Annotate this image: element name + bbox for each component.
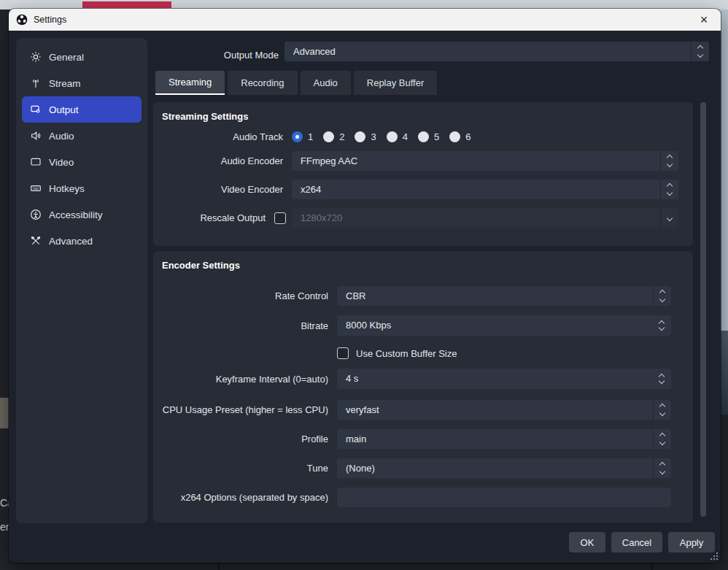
rescale-resolution-value: 1280x720 [301,208,342,228]
spinner-arrows-icon[interactable] [653,400,671,420]
audio-track-option-2[interactable]: 2 [323,131,344,142]
resize-grip[interactable] [710,552,718,560]
audio-track-option-1[interactable]: 1 [292,131,313,142]
video-encoder-row: Video Encoder x264 [153,180,693,199]
spinner-arrows-icon[interactable] [653,286,671,306]
sidebar-item-video[interactable]: Video [22,149,142,175]
sidebar-item-label: Stream [49,78,81,89]
spinner-arrows-icon[interactable] [653,458,671,478]
tab-audio[interactable]: Audio [301,71,351,95]
x264-options-input-wrap [337,488,671,507]
profile-value: main [346,429,366,449]
audio-encoder-select[interactable]: FFmpeg AAC [292,151,678,171]
tune-row: Tune (None) [153,458,693,478]
sidebar-item-label: Hotkeys [49,183,85,194]
rescale-output-label: Rescale Output [153,212,266,223]
ok-button[interactable]: OK [569,532,605,552]
sidebar-item-hotkeys[interactable]: Hotkeys [22,175,142,201]
keyframe-label: Keyframe Interval (0=auto) [153,374,328,385]
output-tabs: Streaming Recording Audio Replay Buffer [155,71,437,95]
rate-control-select[interactable]: CBR [337,286,671,306]
tune-value: (None) [346,458,375,478]
sidebar-item-label: Accessibility [49,209,103,220]
radio-label: 2 [339,131,344,142]
radio-icon[interactable] [323,131,334,142]
cancel-button[interactable]: Cancel [611,532,662,552]
video-encoder-value: x264 [301,180,321,199]
spinner-arrows-icon[interactable] [691,42,709,61]
bitrate-spinbox[interactable]: 8000 Kbps [337,315,671,336]
custom-buffer-row: Use Custom Buffer Size [153,347,693,360]
scrollbar-thumb[interactable] [700,102,706,517]
close-icon[interactable]: × [696,12,712,28]
sidebar-item-output[interactable]: Output [22,96,142,123]
spinner-arrows-icon[interactable] [660,151,678,171]
radio-selected-icon[interactable] [292,131,303,142]
sidebar-item-general[interactable]: General [22,44,142,70]
monitor-icon [29,156,42,169]
tools-icon [29,235,42,247]
x264-options-label: x264 Options (separated by space) [153,492,328,503]
radio-icon[interactable] [449,131,460,142]
radio-icon[interactable] [387,131,398,142]
video-encoder-select[interactable]: x264 [292,180,678,199]
sidebar-item-label: General [49,52,84,63]
custom-buffer-checkbox[interactable] [337,347,349,359]
tune-select[interactable]: (None) [337,458,671,478]
profile-select[interactable]: main [337,429,671,449]
window-title: Settings [34,15,66,25]
settings-window: Settings × General Stream Output Au [9,9,721,563]
radio-label: 3 [371,131,376,142]
audio-track-option-5[interactable]: 5 [418,131,439,142]
chevron-down-icon[interactable] [660,208,678,228]
radio-icon[interactable] [355,131,365,142]
tab-label: Replay Buffer [367,77,425,88]
output-mode-label: Output Mode [155,45,279,65]
rate-control-label: Rate Control [153,290,328,301]
apply-button[interactable]: Apply [668,532,715,552]
sidebar-item-audio[interactable]: Audio [22,123,142,149]
antenna-icon [29,77,42,90]
sidebar-item-advanced[interactable]: Advanced [22,228,142,254]
sidebar-item-label: Output [49,104,79,115]
gear-icon [29,51,42,63]
accessibility-icon [29,209,42,221]
sidebar-item-stream[interactable]: Stream [22,70,142,96]
panel-title: Encoder Settings [162,260,240,271]
speaker-icon [29,130,42,142]
sidebar-item-label: Video [49,157,74,168]
tab-recording[interactable]: Recording [228,71,297,95]
audio-track-option-6[interactable]: 6 [449,131,471,142]
profile-label: Profile [153,434,328,444]
rescale-resolution-select[interactable]: 1280x720 [292,208,678,228]
spin-down-icon[interactable] [659,325,665,331]
spinner-arrows-icon[interactable] [660,180,678,199]
cpu-preset-select[interactable]: veryfast [337,400,671,420]
sidebar-item-accessibility[interactable]: Accessibility [22,201,142,228]
rescale-output-checkbox[interactable] [274,212,286,224]
spinner-arrows-icon[interactable] [653,429,671,449]
radio-icon[interactable] [418,131,429,142]
vertical-scrollbar[interactable] [699,102,708,523]
keyboard-icon [29,182,42,195]
spin-down-icon[interactable] [659,378,665,384]
tab-replay-buffer[interactable]: Replay Buffer [354,71,438,95]
cpu-preset-row: CPU Usage Preset (higher = less CPU) ver… [153,400,693,420]
keyframe-spinbox[interactable]: 4 s [337,369,671,389]
custom-buffer-label: Use Custom Buffer Size [356,348,457,359]
rate-control-value: CBR [346,286,365,306]
radio-label: 5 [434,131,439,142]
output-mode-select[interactable]: Advanced [284,42,709,61]
audio-track-option-4[interactable]: 4 [387,131,408,142]
x264-options-row: x264 Options (separated by space) [153,488,693,507]
tab-label: Recording [241,77,284,88]
background-photo-left [0,398,9,428]
title-bar[interactable]: Settings × [9,9,721,31]
panel-title: Streaming Settings [162,111,248,122]
bitrate-row: Bitrate 8000 Kbps [153,315,693,336]
tab-label: Audio [314,77,338,88]
audio-track-option-3[interactable]: 3 [355,131,376,142]
output-icon [29,104,42,116]
tab-streaming[interactable]: Streaming [155,71,225,95]
x264-options-input[interactable] [337,488,671,507]
